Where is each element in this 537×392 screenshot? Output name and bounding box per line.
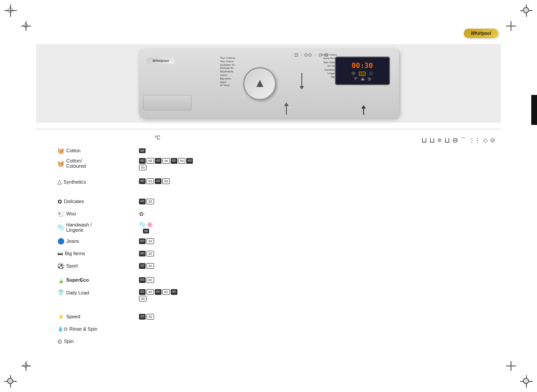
function-icons-row: ⊔ ⊔ ❊ ⊔ ⊖ ⌒ ⋮⋮ ◇ ⊙ — [421, 136, 495, 144]
program-name-cotton-coloured: 🧺 Cotton/Coloured — [57, 158, 139, 169]
program-row-spin: ⊙ Spin — [57, 336, 243, 346]
speed-icon: ⚡ — [57, 313, 64, 320]
jeans-icon: 🔵 — [57, 238, 64, 245]
program-name-dailyload: 👕 Daily Load — [57, 289, 139, 296]
icon-snowflake: ❊ — [437, 137, 442, 143]
delicates-icon: ✿ — [57, 198, 62, 205]
program-row-cotton: 🧺 Cotton 95 — [57, 146, 243, 155]
arrow-indicator-1 — [300, 73, 304, 90]
bigitems-temps: 60 30 — [139, 251, 154, 256]
program-row-handwash: 🫧 Handwash /Lingerie 🫧 🌸 30 — [57, 221, 243, 234]
program-name-jeans: 🔵 Jeans — [57, 238, 139, 245]
handwash-icon: 🫧 — [57, 224, 64, 231]
machine-right-icons: ⊡·⊙⊙·⊙⊡ — [294, 52, 328, 58]
corner-mark-top-left-inner — [21, 21, 31, 31]
program-dial[interactable] — [243, 67, 276, 100]
supereco-temps: 65 60 — [139, 277, 154, 283]
jeans-temps: 60 40 — [139, 238, 154, 244]
synthetics-icon: △ — [57, 178, 62, 185]
corner-mark-top-left — [4, 4, 17, 17]
program-row-synthetics: △ Synthetics 60 50 40 30 — [57, 178, 243, 194]
detergent-drawer — [143, 95, 192, 110]
corner-mark-bottom-left — [4, 375, 17, 388]
machine-badge: Whirlpool — [146, 57, 175, 64]
icon-tub-gentle: ⊔ — [429, 136, 435, 144]
whirlpool-logo: Whirlpool — [464, 29, 498, 38]
main-divider — [36, 129, 501, 129]
delicates-temps: 40 30 — [139, 199, 154, 204]
program-name-delicates: ✿ Delicates — [57, 198, 139, 205]
program-name-handwash: 🫧 Handwash /Lingerie — [57, 222, 139, 233]
display-panel: 00:30 — [335, 57, 390, 85]
corner-mark-bottom-left-inner — [21, 361, 31, 371]
cotton-coloured-temps: 60 60 40 36 60 50 40 30 — [139, 158, 196, 170]
machine-section: Whirlpool Your Cottons Your Colour Synth… — [36, 44, 501, 123]
dailyload-icon: 👕 — [57, 289, 64, 296]
program-row-rinse-spin: 💧⊙ Rinse & Spin — [57, 324, 243, 334]
program-name-rinse-spin: 💧⊙ Rinse & Spin — [57, 326, 139, 332]
programs-table: 🧺 Cotton 95 🧺 Cotton/Coloured 60 60 40 3… — [57, 146, 243, 349]
program-row-jeans: 🔵 Jeans 60 40 — [57, 236, 243, 246]
program-name-cotton: 🧺 Cotton — [57, 147, 139, 154]
cotton-icon: 🧺 — [57, 147, 64, 154]
program-row-delicates: ✿ Delicates 40 30 — [57, 196, 243, 206]
wool-icon: 🐑 — [57, 211, 64, 217]
program-name-sport: ⚽ Sport — [57, 263, 139, 269]
program-row-wool: 🐑 Woo ✿· — [57, 209, 243, 219]
icon-spin: ⊙ — [490, 137, 495, 143]
handwash-temps: 🫧 🌸 30 — [139, 222, 153, 234]
display-arrow — [361, 105, 366, 115]
display-digits: 00:30 — [352, 61, 373, 70]
program-name-synthetics: △ Synthetics — [57, 178, 139, 185]
dailyload-temps: 60 40 60 40 30 30 — [139, 289, 183, 302]
program-row-supereco: 🍃 SuperEco 65 60 — [57, 275, 243, 285]
program-name-wool: 🐑 Woo — [57, 211, 139, 217]
synthetics-temps: 60 50 40 30 — [139, 178, 170, 184]
spin-icon: ⊙ — [57, 338, 62, 345]
bigitems-icon: 🛏 — [57, 250, 63, 257]
program-area: Your Cottons Your Colour Synthetic 70 De… — [216, 53, 304, 114]
icon-iron: ⌒ — [461, 136, 466, 144]
temperature-heading: °C — [154, 135, 160, 141]
icon-tub-hand: ⊔ — [444, 136, 450, 144]
program-row-bigitems: 🛏 Big Items 60 30 — [57, 249, 243, 258]
rinse-spin-icon: 💧⊙ — [57, 326, 68, 332]
sport-icon: ⚽ — [57, 263, 64, 269]
sport-temps: 30 30 — [139, 263, 154, 269]
corner-mark-bottom-right-inner — [506, 361, 516, 371]
icon-diamond: ◇ — [483, 137, 488, 143]
corner-mark-top-right — [520, 4, 533, 17]
program-name-speed: ⚡ Speed — [57, 313, 139, 320]
machine-body: Whirlpool Your Cottons Your Colour Synth… — [139, 49, 399, 118]
icon-notspin: ⊖ — [452, 136, 458, 144]
program-row-cotton-coloured: 🧺 Cotton/Coloured 60 60 40 36 60 50 40 3… — [57, 158, 243, 176]
program-row-sport: ⚽ Sport 30 30 — [57, 261, 243, 271]
wool-temps: ✿· — [139, 211, 146, 217]
supereco-icon: 🍃 — [57, 277, 64, 283]
program-row-speed: ⚡ Speed 30 30 — [57, 312, 243, 321]
black-edge-bar — [531, 95, 537, 125]
icon-tub: ⊔ — [421, 136, 427, 144]
corner-mark-top-right-inner — [506, 21, 516, 31]
cotton-coloured-icon: 🧺 — [57, 160, 64, 167]
icon-drip: ⋮⋮ — [469, 137, 481, 143]
arrow-indicator-2 — [284, 102, 289, 115]
corner-mark-bottom-right — [520, 375, 533, 388]
speed-temps: 30 30 — [139, 314, 154, 320]
program-name-supereco: 🍃 SuperEco — [57, 277, 139, 283]
program-name-bigitems: 🛏 Big Items — [57, 250, 139, 257]
program-name-spin: ⊙ Spin — [57, 338, 139, 345]
program-row-dailyload: 👕 Daily Load 60 40 60 40 30 30 — [57, 289, 243, 309]
cotton-temps: 95 — [139, 148, 146, 153]
